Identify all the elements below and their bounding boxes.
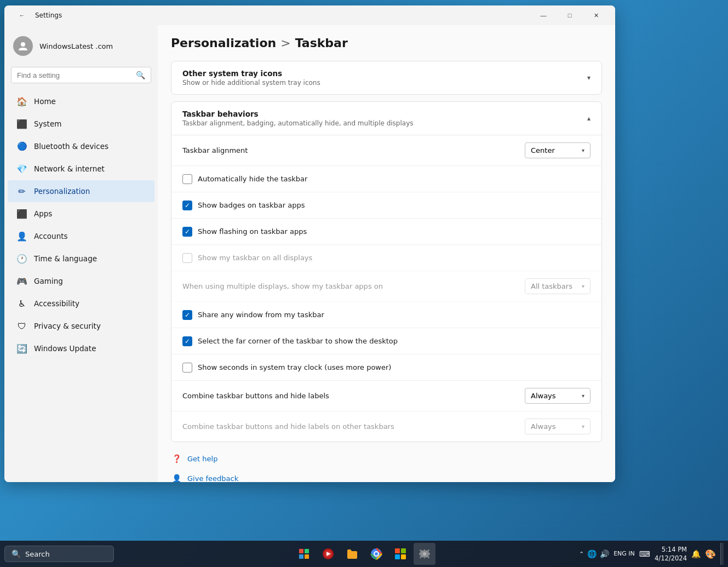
setting-row-taskbar-alignment: Taskbar alignment Center ▾ bbox=[171, 135, 601, 166]
sidebar-item-label: Personalization bbox=[34, 187, 90, 196]
show-desktop-button[interactable] bbox=[720, 543, 724, 565]
update-icon: 🔄 bbox=[16, 343, 27, 354]
close-button[interactable]: ✕ bbox=[583, 7, 609, 24]
svg-rect-4 bbox=[305, 554, 309, 559]
user-profile[interactable]: WindowsLatest .com bbox=[4, 30, 158, 65]
privacy-icon: 🛡 bbox=[16, 320, 27, 331]
dropdown-value: Always bbox=[531, 392, 578, 400]
sidebar-item-label: Time & language bbox=[34, 254, 97, 263]
combine-buttons-dropdown[interactable]: Always ▾ bbox=[525, 388, 591, 404]
setting-label: Show my taskbar on all displays bbox=[182, 253, 312, 263]
section-header-taskbar-behaviors[interactable]: Taskbar behaviors Taskbar alignment, bad… bbox=[171, 102, 601, 135]
titlebar-title: Settings bbox=[35, 12, 62, 19]
gaming-icon: 🎮 bbox=[16, 276, 27, 287]
multi-display-dropdown[interactable]: All taskbars ▾ bbox=[525, 278, 591, 294]
setting-row-show-seconds: Show seconds in system tray clock (uses … bbox=[171, 354, 601, 381]
sidebar-item-accounts[interactable]: 👤 Accounts bbox=[8, 225, 154, 247]
avatar bbox=[13, 36, 33, 56]
apps-icon: ⬛ bbox=[16, 208, 27, 219]
bluetooth-icon: 🔵 bbox=[16, 141, 27, 152]
section-header-system-tray[interactable]: Other system tray icons Show or hide add… bbox=[171, 61, 601, 94]
give-feedback-link[interactable]: 👤 Give feedback bbox=[171, 471, 602, 482]
setting-row-auto-hide: Automatically hide the taskbar bbox=[171, 166, 601, 192]
sidebar: WindowsLatest .com 🔍 🏠 Home ⬛ System bbox=[4, 25, 158, 482]
settings-window: ← Settings — □ ✕ WindowsLatest .com bbox=[4, 5, 615, 482]
sidebar-item-label: System bbox=[34, 119, 61, 128]
show-flashing-checkbox[interactable] bbox=[182, 227, 192, 237]
taskbar-search[interactable]: 🔍 Search bbox=[4, 546, 114, 562]
setting-label: Show flashing on taskbar apps bbox=[182, 227, 307, 237]
sidebar-item-time[interactable]: 🕐 Time & language bbox=[8, 248, 154, 270]
sidebar-item-system[interactable]: ⬛ System bbox=[8, 113, 154, 135]
taskbar-app-store[interactable] bbox=[389, 543, 411, 565]
sound-tray-icon[interactable]: 🔊 bbox=[600, 549, 609, 558]
sidebar-item-bluetooth[interactable]: 🔵 Bluetooth & devices bbox=[8, 135, 154, 157]
sidebar-item-network[interactable]: 💎 Network & internet bbox=[8, 158, 154, 180]
setting-row-show-badges: Show badges on taskbar apps bbox=[171, 192, 601, 219]
taskbar-app-media[interactable] bbox=[317, 543, 339, 565]
sidebar-item-privacy[interactable]: 🛡 Privacy & security bbox=[8, 315, 154, 337]
taskbar-center bbox=[293, 543, 435, 565]
far-corner-checkbox[interactable] bbox=[182, 336, 192, 346]
combine-buttons-other-dropdown[interactable]: Always ▾ bbox=[525, 419, 591, 434]
dropdown-value: Center bbox=[531, 146, 578, 154]
settings-body: Taskbar alignment Center ▾ Automatically… bbox=[171, 135, 601, 442]
dropdown-arrow-icon: ▾ bbox=[582, 393, 584, 399]
sidebar-item-personalization[interactable]: ✏️ Personalization bbox=[8, 180, 154, 202]
feedback-icon: 👤 bbox=[171, 473, 182, 482]
sidebar-item-update[interactable]: 🔄 Windows Update bbox=[8, 337, 154, 359]
taskbar-app-explorer[interactable] bbox=[341, 543, 363, 565]
taskbar-app-chrome[interactable] bbox=[365, 543, 387, 565]
sidebar-item-label: Network & internet bbox=[34, 164, 105, 173]
notification-icon[interactable]: 🔔 bbox=[691, 549, 701, 558]
search-box[interactable]: 🔍 bbox=[11, 67, 151, 83]
maximize-button[interactable]: □ bbox=[557, 7, 582, 24]
clock-date: 4/12/2024 bbox=[655, 554, 687, 563]
time-icon: 🕐 bbox=[16, 253, 27, 264]
svg-rect-10 bbox=[401, 548, 406, 553]
search-icon: 🔍 bbox=[136, 71, 145, 79]
titlebar-left: ← Settings bbox=[13, 7, 62, 24]
auto-hide-checkbox[interactable] bbox=[182, 174, 192, 184]
get-help-link[interactable]: ❓ Get help bbox=[171, 451, 602, 466]
show-badges-checkbox[interactable] bbox=[182, 201, 192, 210]
taskbar-alignment-dropdown[interactable]: Center ▾ bbox=[525, 142, 591, 158]
sidebar-item-apps[interactable]: ⬛ Apps bbox=[8, 203, 154, 225]
minimize-button[interactable]: — bbox=[531, 7, 556, 24]
taskbar-app-windows[interactable] bbox=[293, 543, 315, 565]
main-content: Personalization > Taskbar Other system t… bbox=[158, 25, 615, 482]
setting-label: Select the far corner of the taskbar to … bbox=[182, 336, 398, 346]
nav-menu: 🏠 Home ⬛ System 🔵 Bluetooth & devices 💎 … bbox=[4, 90, 158, 359]
section-system-tray-icons: Other system tray icons Show or hide add… bbox=[171, 61, 602, 95]
svg-rect-2 bbox=[305, 549, 309, 553]
back-button[interactable]: ← bbox=[13, 7, 31, 24]
sidebar-item-home[interactable]: 🏠 Home bbox=[8, 90, 154, 112]
svg-rect-11 bbox=[395, 554, 400, 559]
sidebar-item-gaming[interactable]: 🎮 Gaming bbox=[8, 270, 154, 292]
svg-point-8 bbox=[375, 552, 378, 555]
taskbar-search-label: Search bbox=[25, 550, 50, 558]
section-title: Other system tray icons bbox=[182, 69, 320, 78]
search-input[interactable] bbox=[17, 71, 131, 79]
help-icon: ❓ bbox=[171, 453, 182, 464]
show-seconds-checkbox[interactable] bbox=[182, 363, 192, 373]
all-displays-checkbox[interactable] bbox=[182, 253, 192, 263]
username: WindowsLatest .com bbox=[39, 42, 113, 50]
taskbar-app-settings[interactable] bbox=[414, 543, 435, 565]
home-icon: 🏠 bbox=[16, 96, 27, 107]
svg-rect-1 bbox=[299, 549, 303, 553]
titlebar: ← Settings — □ ✕ bbox=[4, 5, 615, 25]
sidebar-item-label: Gaming bbox=[34, 277, 63, 285]
setting-row-combine-buttons-other: Combine taskbar buttons and hide labels … bbox=[171, 411, 601, 442]
get-help-label: Get help bbox=[187, 455, 217, 463]
sidebar-item-label: Accessibility bbox=[34, 299, 79, 308]
window-body: WindowsLatest .com 🔍 🏠 Home ⬛ System bbox=[4, 25, 615, 482]
sidebar-item-accessibility[interactable]: ♿ Accessibility bbox=[8, 293, 154, 314]
breadcrumb-parent: Personalization bbox=[171, 36, 276, 50]
search-container: 🔍 bbox=[4, 65, 158, 90]
section-title: Taskbar behaviors bbox=[182, 110, 414, 118]
tray-arrow[interactable]: ⌃ bbox=[579, 551, 584, 558]
taskbar-search-icon: 🔍 bbox=[12, 549, 21, 558]
share-window-checkbox[interactable] bbox=[182, 310, 192, 320]
clock: 5:14 PM 4/12/2024 bbox=[655, 545, 687, 563]
